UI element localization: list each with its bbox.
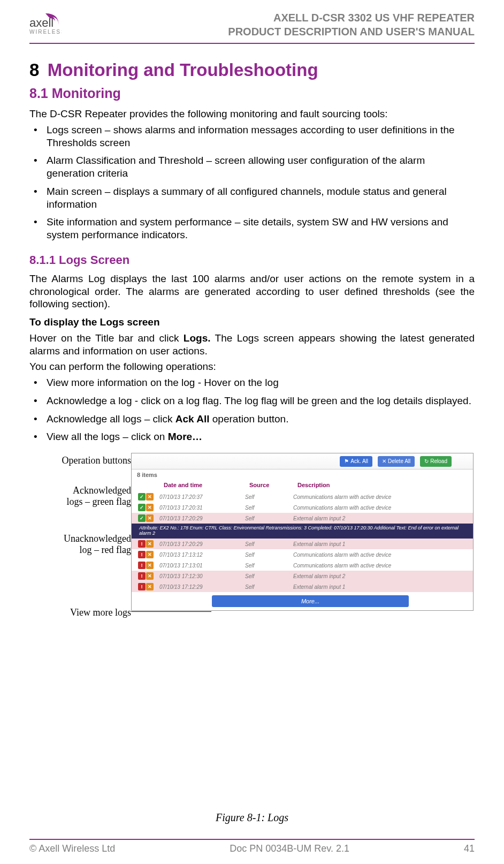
annot-ack-logs: Acknowledged logs – green flag — [67, 485, 131, 507]
flag-box[interactable]: !✕ — [138, 540, 159, 548]
close-icon: ✕ — [382, 458, 386, 464]
list-item: Site information and system performance … — [29, 216, 475, 241]
ack-flag-icon[interactable]: ✓ — [138, 493, 146, 501]
delete-flag-icon[interactable]: ✕ — [146, 583, 154, 590]
section-8-1-heading: 8.1 Monitoring — [29, 86, 475, 101]
section-8-1-intro: The D-CSR Repeater provides the followin… — [29, 108, 475, 120]
ack-all-button[interactable]: ⚑Ack. All — [340, 456, 372, 467]
toolbar: ⚑Ack. All ✕Delete All ↻Reload — [132, 453, 473, 469]
col-date-header: Date and time — [164, 482, 249, 488]
cell-source: Self — [245, 563, 293, 569]
cell-date: 07/10/13 17:13:01 — [159, 563, 245, 569]
more-button[interactable]: More... — [212, 595, 409, 607]
delete-flag-icon[interactable]: ✕ — [146, 493, 154, 501]
cell-description: External alarm input 1 — [293, 541, 468, 547]
axell-logo-icon: axell WIRELESS — [29, 11, 62, 35]
flag-icon: ⚑ — [344, 458, 349, 464]
unack-flag-icon[interactable]: ! — [138, 572, 146, 580]
ack-flag-icon[interactable]: ✓ — [138, 504, 146, 511]
operations-list: View more information on the log - Hover… — [29, 376, 475, 443]
flag-box[interactable]: !✕ — [138, 551, 159, 558]
annot-view-more: View more logs — [70, 607, 131, 618]
flag-box[interactable]: !✕ — [138, 583, 159, 590]
table-row[interactable]: !✕07/10/13 17:13:01SelfCommunications al… — [132, 560, 473, 571]
delete-flag-icon[interactable]: ✕ — [146, 551, 154, 558]
flag-box[interactable]: ✓✕ — [138, 493, 159, 501]
table-body-1: ✓✕07/10/13 17:20:37SelfCommunications al… — [132, 491, 473, 524]
cell-description: External alarm input 2 — [293, 573, 468, 579]
delete-all-button[interactable]: ✕Delete All — [378, 456, 415, 467]
item-count: 8 items — [132, 469, 473, 480]
reload-icon: ↻ — [424, 458, 429, 464]
logs-bold: Logs. — [184, 332, 211, 344]
doc-title-line2: PRODUCT DESCRIPTION AND USER'S MANUAL — [228, 25, 475, 39]
page-header: axell WIRELESS AXELL D-CSR 3302 US VHF R… — [29, 11, 475, 44]
operations-intro: You can perform the following operations… — [29, 360, 475, 373]
unack-flag-icon[interactable]: ! — [138, 562, 146, 569]
list-item: View all the logs – click on More… — [29, 430, 475, 443]
cell-description: Communications alarm with active device — [293, 552, 468, 558]
table-row[interactable]: ✓✕07/10/13 17:20:29SelfExternal alarm in… — [132, 513, 473, 524]
list-item: Acknowledge a log - click on a log flag.… — [29, 395, 475, 407]
unack-flag-icon[interactable]: ! — [138, 583, 146, 590]
table-row[interactable]: !✕07/10/13 17:13:12SelfCommunications al… — [132, 549, 473, 560]
annot-line — [131, 611, 211, 612]
logo: axell WIRELESS — [29, 11, 62, 35]
delete-flag-icon[interactable]: ✕ — [146, 514, 154, 522]
chapter-title: Monitoring and Troubleshooting — [48, 60, 318, 80]
table-header: Date and time Source Description — [132, 480, 473, 491]
cell-date: 07/10/13 17:20:31 — [159, 505, 245, 511]
text-span: Hover on the Title bar and click — [29, 332, 184, 344]
section-8-1-list: Logs screen – shows alarms and informati… — [29, 124, 475, 241]
cell-source: Self — [245, 494, 293, 500]
cell-source: Self — [245, 584, 293, 590]
text-span: Acknowledge all logs – click — [47, 413, 175, 425]
reload-button[interactable]: ↻Reload — [420, 456, 452, 467]
logs-screenshot: ⚑Ack. All ✕Delete All ↻Reload 8 items Da… — [131, 453, 474, 611]
to-display-heading: To display the Logs screen — [29, 316, 475, 329]
delete-flag-icon[interactable]: ✕ — [146, 572, 154, 580]
text-span: View all the logs – click on — [47, 431, 168, 442]
footer-center: Doc PN 0034B-UM Rev. 2.1 — [230, 843, 349, 854]
list-item: Logs screen – shows alarms and informati… — [29, 124, 475, 149]
more-bold: More… — [168, 431, 202, 442]
cell-date: 07/10/13 17:20:29 — [159, 541, 245, 547]
table-row[interactable]: !✕07/10/13 17:20:29SelfExternal alarm in… — [132, 539, 473, 549]
cell-description: Communications alarm with active device — [293, 505, 468, 511]
delete-flag-icon[interactable]: ✕ — [146, 562, 154, 569]
page-footer: © Axell Wireless Ltd Doc PN 0034B-UM Rev… — [29, 839, 475, 854]
text-span: operation button. — [210, 413, 289, 425]
section-8-1-1-heading: 8.1.1 Logs Screen — [29, 253, 475, 267]
flag-box[interactable]: ✓✕ — [138, 514, 159, 522]
cell-description: Communications alarm with active device — [293, 563, 468, 569]
table-row[interactable]: ✓✕07/10/13 17:20:37SelfCommunications al… — [132, 491, 473, 502]
list-item: View more information on the log - Hover… — [29, 376, 475, 389]
list-item: Acknowledge all logs – click Ack All ope… — [29, 413, 475, 426]
table-row[interactable]: !✕07/10/13 17:12:30SelfExternal alarm in… — [132, 571, 473, 581]
doc-title: AXELL D-CSR 3302 US VHF REPEATER PRODUCT… — [228, 11, 475, 39]
flag-box[interactable]: !✕ — [138, 562, 159, 569]
delete-flag-icon[interactable]: ✕ — [146, 504, 154, 511]
table-row[interactable]: ✓✕07/10/13 17:20:31SelfCommunications al… — [132, 502, 473, 513]
cell-date: 07/10/13 17:20:37 — [159, 494, 245, 500]
list-item: Alarm Classification and Threshold – scr… — [29, 154, 475, 180]
table-row[interactable]: !✕07/10/13 17:12:29SelfExternal alarm in… — [132, 581, 473, 592]
doc-title-line1: AXELL D-CSR 3302 US VHF REPEATER — [228, 11, 475, 25]
table-body-2: !✕07/10/13 17:20:29SelfExternal alarm in… — [132, 539, 473, 592]
ack-flag-icon[interactable]: ✓ — [138, 514, 146, 522]
figure-caption: Figure 8-1: Logs — [29, 812, 475, 824]
cell-source: Self — [245, 552, 293, 558]
flag-box[interactable]: ✓✕ — [138, 504, 159, 511]
footer-right: 41 — [464, 843, 475, 854]
unack-flag-icon[interactable]: ! — [138, 551, 146, 558]
flag-box[interactable]: !✕ — [138, 572, 159, 580]
cell-date: 07/10/13 17:12:29 — [159, 584, 245, 590]
annot-unack-log: Unacknowledged log – red flag — [64, 533, 131, 556]
cell-date: 07/10/13 17:20:29 — [159, 516, 245, 521]
unack-flag-icon[interactable]: ! — [138, 540, 146, 548]
cell-source: Self — [245, 516, 293, 521]
cell-source: Self — [245, 541, 293, 547]
delete-flag-icon[interactable]: ✕ — [146, 540, 154, 548]
cell-source: Self — [245, 573, 293, 579]
cell-date: 07/10/13 17:12:30 — [159, 573, 245, 579]
